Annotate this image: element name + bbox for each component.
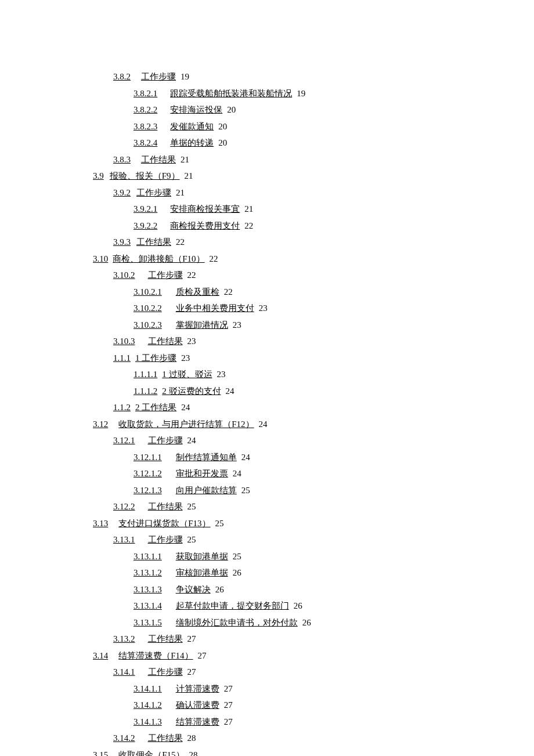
toc-entry-number: 3.8.2.1: [134, 89, 157, 98]
toc-entry[interactable]: 3.13.1.2审核卸港单据26: [93, 565, 534, 581]
toc-entry[interactable]: 1.1.1.22 驳运费的支付24: [93, 383, 534, 400]
toc-entry-number: 1.1.1.1: [134, 370, 157, 379]
toc-entry[interactable]: 3.13.2工作结果27: [93, 631, 534, 648]
toc-entry-label: 工作步骤: [141, 72, 176, 81]
toc-entry-label: 缮制境外汇款申请书，对外付款: [176, 618, 298, 627]
toc-entry-number: 3.9.3: [113, 237, 131, 247]
toc-entry-page: 27: [224, 717, 233, 726]
toc-entry[interactable]: 3.10.2.2业务中相关费用支付23: [93, 300, 534, 317]
toc-entry-number: 3.8.2.2: [134, 105, 157, 114]
toc-entry-number: 3.8.2.3: [134, 122, 157, 131]
toc-entry-number: 3.10.2.1: [134, 287, 162, 296]
toc-entry[interactable]: 3.12.2工作结果25: [93, 498, 534, 515]
toc-entry[interactable]: 3.8.3工作结果21: [93, 151, 534, 168]
toc-entry-page: 25: [187, 502, 196, 511]
toc-entry-label: 争议解决: [176, 585, 211, 594]
toc-entry[interactable]: 3.14.1.1计算滞速费27: [93, 681, 534, 697]
toc-entry-number: 3.13: [93, 519, 108, 528]
toc-page: 3.8.2工作步骤193.8.2.1跟踪受载船舶抵装港和装船情况193.8.2.…: [0, 0, 534, 756]
toc-entry-page: 26: [294, 601, 302, 610]
toc-entry-number: 3.13.2: [113, 634, 135, 643]
toc-entry[interactable]: 3.9.2.1安排商检报关事宜21: [93, 201, 534, 218]
toc-entry-label: 安排海运投保: [170, 105, 222, 114]
toc-entry-number: 3.14.2: [113, 733, 135, 743]
toc-entry-number: 3.14.1.3: [134, 717, 162, 726]
toc-entry-page: 26: [215, 585, 224, 594]
toc-entry-page: 23: [187, 337, 196, 346]
toc-entry[interactable]: 3.12.1.2审批和开发票24: [93, 465, 534, 482]
toc-entry[interactable]: 3.14.1.2确认滞速费27: [93, 697, 534, 714]
toc-entry[interactable]: 3.10.3工作结果23: [93, 333, 534, 350]
toc-entry-page: 23: [233, 320, 241, 330]
toc-entry-number: 3.14.1.1: [134, 684, 162, 693]
toc-entry-number: 3.12.1.3: [134, 486, 162, 495]
toc-entry-page: 28: [189, 750, 198, 757]
toc-entry-page: 24: [233, 469, 241, 478]
toc-entry[interactable]: 1.1.1.11 过驳、驳运23: [93, 366, 534, 383]
toc-entry-page: 21: [244, 204, 253, 214]
toc-entry-number: 3.13.1.4: [134, 601, 162, 610]
toc-entry-page: 28: [187, 733, 196, 743]
toc-entry-label: 审核卸港单据: [176, 568, 228, 577]
toc-entry[interactable]: 3.9.3工作结果22: [93, 234, 534, 251]
toc-entry[interactable]: 3.12.1.1制作结算通知单24: [93, 449, 534, 466]
toc-entry[interactable]: 3.9.2.2商检报关费用支付22: [93, 218, 534, 234]
toc-entry[interactable]: 3.14.1工作步骤27: [93, 664, 534, 681]
toc-entry-number: 1.1.1.2: [134, 386, 157, 396]
toc-entry[interactable]: 3.13.1.1获取卸港单据25: [93, 548, 534, 565]
toc-entry-number: 3.13.1: [113, 535, 135, 544]
toc-entry-page: 25: [241, 486, 250, 495]
toc-entry-number: 3.15: [93, 750, 108, 757]
toc-entry[interactable]: 3.10商检、卸港接船（F10）22: [93, 251, 534, 267]
toc-entry[interactable]: 3.10.2.3掌握卸港情况23: [93, 317, 534, 334]
toc-entry-page: 24: [226, 386, 234, 396]
toc-entry[interactable]: 3.8.2.4单据的转递20: [93, 135, 534, 151]
toc-entry[interactable]: 3.14结算滞速费（F14）27: [93, 648, 534, 664]
toc-entry[interactable]: 3.13.1.4起草付款申请，提交财务部门26: [93, 598, 534, 614]
toc-entry[interactable]: 3.10.2工作步骤22: [93, 267, 534, 284]
toc-entry[interactable]: 3.13.1.5缮制境外汇款申请书，对外付款26: [93, 614, 534, 631]
toc-entry[interactable]: 1.1.11 工作步骤23: [93, 350, 534, 367]
toc-entry[interactable]: 3.13支付进口煤货款（F13）25: [93, 515, 534, 532]
toc-entry-page: 24: [259, 419, 268, 429]
toc-entry[interactable]: 3.13.1工作步骤25: [93, 531, 534, 548]
toc-entry[interactable]: 3.15收取佣金（F15）28: [93, 747, 534, 757]
toc-entry[interactable]: 3.12.1工作步骤24: [93, 432, 534, 449]
toc-entry[interactable]: 3.9报验、报关（F9）21: [93, 168, 534, 185]
toc-entry-label: 跟踪受载船舶抵装港和装船情况: [170, 89, 292, 98]
toc-entry-number: 3.10.2.2: [134, 303, 162, 313]
toc-entry[interactable]: 3.14.2工作结果28: [93, 730, 534, 747]
toc-entry[interactable]: 3.8.2.3发催款通知20: [93, 118, 534, 135]
toc-entry-number: 1.1.2: [113, 403, 131, 412]
toc-entry[interactable]: 3.12.1.3向用户催款结算25: [93, 482, 534, 499]
toc-entry[interactable]: 3.10.2.1质检及重检22: [93, 284, 534, 301]
toc-entry[interactable]: 3.9.2工作步骤21: [93, 185, 534, 201]
toc-entry-label: 2 工作结果: [135, 403, 176, 412]
toc-entry-number: 3.14.1: [113, 667, 135, 677]
toc-entry-page: 20: [218, 138, 227, 147]
toc-entry-label: 计算滞速费: [176, 684, 219, 693]
toc-entry-number: 3.10.3: [113, 337, 135, 346]
toc-entry[interactable]: 3.8.2.2安排海运投保20: [93, 102, 534, 118]
toc-entry-label: 向用户催款结算: [176, 486, 237, 495]
toc-entry[interactable]: 1.1.22 工作结果24: [93, 399, 534, 416]
toc-entry-number: 3.12.1: [113, 436, 135, 445]
toc-entry[interactable]: 3.13.1.3争议解决26: [93, 581, 534, 598]
toc-entry[interactable]: 3.12收取货款，与用户进行结算（F12）24: [93, 416, 534, 433]
toc-entry[interactable]: 3.8.2工作步骤19: [93, 68, 534, 85]
toc-entry-label: 结算滞速费（F14）: [118, 651, 193, 660]
toc-entry-page: 24: [187, 436, 196, 445]
toc-entry-number: 3.10.2: [113, 270, 135, 280]
toc-entry-page: 26: [233, 568, 241, 577]
toc-entry-label: 2 驳运费的支付: [162, 386, 221, 396]
toc-entry-number: 3.9: [93, 171, 104, 180]
toc-entry-number: 3.13.1.5: [134, 618, 162, 627]
toc-entry-label: 工作结果: [148, 733, 183, 743]
toc-entry-number: 3.8.3: [113, 155, 131, 164]
toc-entry[interactable]: 3.8.2.1跟踪受载船舶抵装港和装船情况19: [93, 85, 534, 102]
toc-entry-page: 21: [176, 188, 185, 197]
toc-entry[interactable]: 3.14.1.3结算滞速费27: [93, 714, 534, 730]
toc-entry-number: 3.13.1.2: [134, 568, 162, 577]
toc-entry-label: 工作步骤: [148, 667, 183, 677]
toc-entry-label: 工作步骤: [148, 535, 183, 544]
